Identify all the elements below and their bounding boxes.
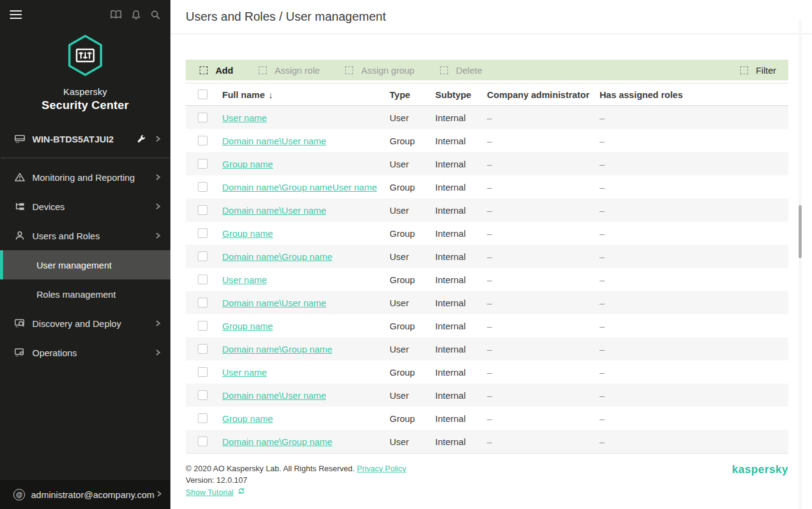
- chevron-right-icon[interactable]: [153, 135, 162, 143]
- sidebar-top-bar: [0, 0, 170, 29]
- column-header-has-assigned-roles[interactable]: Has assigned roles: [600, 90, 788, 100]
- row-checkbox[interactable]: [198, 344, 208, 354]
- has-assigned-roles-cell: –: [600, 298, 788, 308]
- type-cell: Group: [390, 413, 435, 424]
- assign-group-button[interactable]: Assign group: [345, 65, 415, 75]
- scrollbar-thumb[interactable]: [799, 205, 802, 258]
- search-icon[interactable]: [150, 10, 161, 20]
- has-assigned-roles-cell: –: [600, 251, 788, 262]
- sidebar-item-discovery-and-deploy[interactable]: Discovery and Deploy: [0, 309, 170, 338]
- help-book-icon[interactable]: [110, 10, 122, 19]
- full-name-link[interactable]: Domain name\Group name: [222, 437, 332, 447]
- table-row: Domain name\User nameUserInternal––: [186, 198, 788, 222]
- delete-icon: [440, 66, 448, 74]
- column-header-subtype[interactable]: Subtype: [435, 90, 487, 100]
- full-name-link[interactable]: Domain name\User name: [222, 298, 326, 308]
- full-name-link[interactable]: Domain name\User name: [222, 390, 326, 401]
- sidebar-item-devices[interactable]: Devices: [0, 192, 170, 221]
- row-checkbox[interactable]: [198, 413, 208, 423]
- refresh-icon[interactable]: [237, 486, 245, 498]
- full-name-link[interactable]: Group name: [222, 159, 273, 169]
- has-assigned-roles-cell: –: [600, 136, 788, 146]
- column-header-company-administrator[interactable]: Company administrator: [487, 90, 600, 100]
- full-name-link[interactable]: User name: [222, 113, 267, 123]
- assign-role-button[interactable]: Assign role: [259, 65, 320, 75]
- scrollbar-track[interactable]: [799, 20, 802, 509]
- full-name-link[interactable]: User name: [222, 367, 267, 377]
- sidebar-item-users-and-roles[interactable]: Users and Roles: [0, 221, 170, 250]
- select-all-checkbox[interactable]: [198, 90, 208, 99]
- full-name-link[interactable]: Group name: [222, 228, 273, 239]
- users-table: Full name↓ Type Subtype Company administ…: [186, 83, 788, 454]
- menu-icon[interactable]: [10, 10, 22, 19]
- row-checkbox[interactable]: [198, 298, 208, 307]
- account-email: administrator@acompany.com: [31, 490, 155, 500]
- full-name-link[interactable]: Domain name\Group nameUser name: [222, 182, 377, 192]
- sidebar-item-operations[interactable]: Operations: [0, 338, 170, 367]
- table-row: Group nameGroupInternal––: [186, 222, 788, 245]
- chevron-right-icon: [155, 490, 163, 500]
- row-checkbox[interactable]: [198, 275, 208, 284]
- table-toolbar: Add Assign role Assign group Delete Filt…: [186, 60, 788, 80]
- page-header: Users and Roles / User management: [170, 0, 812, 34]
- company-administrator-cell: –: [487, 159, 600, 169]
- row-checkbox[interactable]: [198, 136, 208, 146]
- subtype-cell: Internal: [435, 136, 487, 146]
- account-at-icon: @: [13, 489, 25, 500]
- subtype-cell: Internal: [435, 182, 487, 192]
- settings-wrench-icon[interactable]: [136, 134, 146, 144]
- table-row: User nameUserInternal––: [186, 106, 788, 129]
- warning-triangle-icon: [15, 172, 25, 182]
- company-administrator-cell: –: [487, 113, 600, 123]
- row-checkbox[interactable]: [198, 251, 208, 261]
- sidebar-item-server[interactable]: WIN-BTDS5ATJUI2: [0, 124, 170, 153]
- delete-button[interactable]: Delete: [440, 65, 482, 75]
- full-name-link[interactable]: Domain name\Group name: [222, 251, 332, 262]
- full-name-link[interactable]: Group name: [222, 321, 273, 331]
- row-checkbox[interactable]: [198, 390, 208, 400]
- subtype-cell: Internal: [435, 275, 487, 285]
- chevron-right-icon: [153, 319, 162, 328]
- row-checkbox[interactable]: [198, 228, 208, 238]
- company-administrator-cell: –: [487, 205, 600, 216]
- full-name-link[interactable]: Domain name\User name: [222, 136, 326, 146]
- row-checkbox[interactable]: [198, 182, 208, 192]
- table-row: User nameGroupInternal––: [186, 360, 788, 384]
- type-cell: User: [390, 205, 435, 216]
- column-header-full-name[interactable]: Full name↓: [222, 90, 390, 100]
- has-assigned-roles-cell: –: [600, 182, 788, 192]
- product-name: Security Center: [0, 99, 170, 112]
- account-bar[interactable]: @ administrator@acompany.com: [0, 480, 170, 509]
- full-name-link[interactable]: Group name: [222, 413, 273, 424]
- row-checkbox[interactable]: [198, 113, 208, 122]
- table-header-row: Full name↓ Type Subtype Company administ…: [186, 83, 788, 106]
- full-name-link[interactable]: User name: [222, 275, 267, 285]
- full-name-link[interactable]: Domain name\Group name: [222, 344, 332, 354]
- privacy-policy-link[interactable]: Privacy Policy: [357, 464, 406, 473]
- row-checkbox[interactable]: [198, 205, 208, 215]
- type-cell: Group: [390, 182, 435, 192]
- version-text: Version: 12.0.107: [186, 474, 788, 486]
- row-checkbox[interactable]: [198, 367, 208, 377]
- filter-button[interactable]: Filter: [740, 65, 776, 75]
- sidebar-item-roles-management[interactable]: Roles management: [0, 279, 170, 309]
- sidebar-item-monitoring-and-reporting[interactable]: Monitoring and Reporting: [0, 163, 170, 192]
- show-tutorial-link[interactable]: Show Tutorial: [186, 486, 234, 498]
- chevron-right-icon: [153, 231, 162, 240]
- has-assigned-roles-cell: –: [600, 205, 788, 216]
- sidebar-item-user-management[interactable]: User management: [0, 250, 170, 279]
- column-header-type[interactable]: Type: [390, 90, 435, 100]
- company-administrator-cell: –: [487, 275, 600, 285]
- sort-descending-icon[interactable]: ↓: [268, 90, 273, 100]
- row-checkbox[interactable]: [198, 159, 208, 169]
- table-row: Group nameGroupInternal––: [186, 407, 788, 430]
- row-checkbox[interactable]: [198, 437, 208, 446]
- add-button[interactable]: Add: [200, 65, 233, 75]
- table-body: User nameUserInternal––Domain name\User …: [186, 106, 788, 454]
- has-assigned-roles-cell: –: [600, 321, 788, 331]
- type-cell: User: [390, 159, 435, 169]
- row-checkbox[interactable]: [198, 321, 208, 331]
- full-name-link[interactable]: Domain name\User name: [222, 205, 326, 216]
- subtype-cell: Internal: [435, 159, 487, 169]
- notifications-bell-icon[interactable]: [131, 10, 141, 20]
